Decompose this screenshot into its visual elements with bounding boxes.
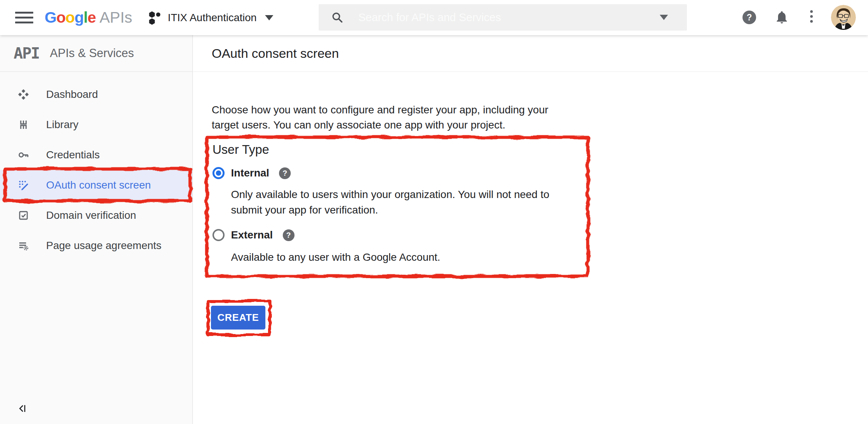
sidebar-item-label: Library	[46, 119, 79, 131]
google-logo-letters: Google	[45, 9, 96, 26]
user-type-heading: User Type	[212, 142, 583, 157]
user-type-section: User Type Internal ? Only available to u…	[204, 135, 591, 279]
radio-external[interactable]	[212, 229, 225, 241]
search-chevron-down-icon[interactable]	[660, 15, 668, 20]
bell-icon[interactable]	[775, 10, 789, 25]
project-icon	[148, 11, 162, 25]
collapse-chevron-icon[interactable]	[18, 403, 29, 414]
top-bar: Google APIs ITIX Authentication	[0, 0, 868, 35]
sidebar-item-label: Page usage agreements	[46, 240, 161, 252]
sidebar-item-label: Dashboard	[46, 88, 98, 101]
logo-suffix: APIs	[99, 9, 132, 26]
api-logo: API	[14, 44, 39, 62]
project-name: ITIX Authentication	[168, 12, 257, 24]
radio-internal[interactable]	[212, 167, 225, 179]
page-header: OAuth consent screen	[193, 35, 868, 72]
domain-verification-icon	[18, 210, 29, 221]
key-icon	[18, 149, 29, 161]
kebab-menu-icon[interactable]	[810, 10, 813, 25]
screen: Google APIs ITIX Authentication	[0, 0, 868, 424]
sidebar-item-label: Domain verification	[46, 209, 136, 221]
help-icon[interactable]: ?	[742, 11, 756, 24]
page-title: OAuth consent screen	[212, 46, 339, 61]
avatar[interactable]	[831, 5, 856, 30]
sidebar-header: API APIs & Services	[0, 35, 192, 72]
create-button[interactable]: CREATE	[211, 306, 265, 330]
list-gear-icon	[18, 240, 29, 251]
sidebar-item-credentials[interactable]: Credentials	[0, 140, 192, 170]
search-bar[interactable]	[319, 4, 687, 31]
menu-icon[interactable]	[15, 9, 33, 26]
external-description: Available to any user with a Google Acco…	[231, 249, 583, 265]
dashboard-icon	[18, 89, 29, 100]
help-icon[interactable]: ?	[279, 167, 291, 179]
search-icon	[331, 11, 343, 23]
option-internal: Internal ?	[212, 167, 583, 179]
sidebar-item-library[interactable]: Library	[0, 110, 192, 140]
internal-label[interactable]: Internal	[231, 167, 269, 179]
create-button-area: CREATE	[206, 299, 272, 337]
sidebar-item-label: Credentials	[46, 149, 100, 161]
oauth-consent-icon	[18, 180, 29, 191]
sidebar-nav: Dashboard Library Cred	[0, 79, 192, 261]
sidebar-item-label: OAuth consent screen	[46, 179, 151, 191]
search-input[interactable]	[358, 11, 660, 24]
chevron-down-icon	[265, 15, 273, 20]
library-icon	[18, 119, 29, 130]
internal-description: Only available to users within your orga…	[231, 187, 583, 218]
google-apis-logo: Google APIs	[45, 9, 132, 26]
sidebar-item-oauth-consent-screen[interactable]: OAuth consent screen	[0, 170, 192, 200]
external-label[interactable]: External	[231, 229, 273, 241]
sidebar-title: APIs & Services	[50, 46, 134, 60]
project-selector[interactable]: ITIX Authentication	[148, 11, 273, 25]
sidebar-item-dashboard[interactable]: Dashboard	[0, 79, 192, 110]
help-icon[interactable]: ?	[283, 229, 294, 241]
sidebar-item-domain-verification[interactable]: Domain verification	[0, 200, 192, 231]
main-content: OAuth consent screen Choose how you want…	[193, 35, 868, 424]
intro-text: Choose how you want to configure and reg…	[212, 102, 548, 133]
sidebar: API APIs & Services Dashboard	[0, 35, 193, 424]
option-external: External ?	[212, 229, 583, 241]
sidebar-item-page-usage-agreements[interactable]: Page usage agreements	[0, 231, 192, 261]
